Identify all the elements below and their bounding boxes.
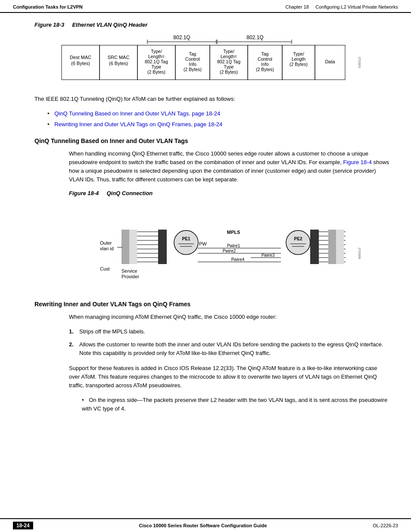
svg-text:Length=: Length= bbox=[148, 54, 165, 59]
svg-point-66 bbox=[286, 230, 310, 255]
svg-text:802.1Q: 802.1Q bbox=[173, 34, 190, 40]
svg-text:Type/: Type/ bbox=[293, 51, 304, 56]
svg-text:(2 Bytes): (2 Bytes) bbox=[147, 69, 165, 75]
svg-text:Data: Data bbox=[325, 59, 335, 64]
svg-text:PW: PW bbox=[199, 241, 207, 246]
svg-text:802.1Q Tag: 802.1Q Tag bbox=[145, 59, 168, 64]
figure4-ref[interactable]: Figure 18-4 bbox=[343, 159, 371, 165]
svg-text:(6 Bytes): (6 Bytes) bbox=[71, 61, 90, 66]
figure3-caption: Figure 18-3 Ethernet VLAN QinQ Header bbox=[34, 22, 389, 28]
figure3-title: Ethernet VLAN QinQ Header bbox=[72, 22, 147, 28]
section1-heading: QinQ Tunneling Based on Inner and Outer … bbox=[34, 137, 389, 144]
svg-text:Type/: Type/ bbox=[223, 49, 234, 54]
figure4-caption: Figure 18-4 QinQ Connection bbox=[69, 190, 389, 196]
svg-text:Pwire1: Pwire1 bbox=[227, 243, 240, 248]
svg-text:(2 Bytes): (2 Bytes) bbox=[256, 67, 274, 72]
steps-list: 1. Strips off the MPLS labels. 2. Allows… bbox=[69, 327, 389, 358]
figure4-label: Figure 18-4 bbox=[69, 190, 99, 196]
svg-text:Tag: Tag bbox=[189, 51, 196, 56]
link-item-1[interactable]: QinQ Tunneling Based on Inner and Outer … bbox=[47, 109, 389, 118]
svg-text:(2 Bytes): (2 Bytes) bbox=[184, 67, 202, 72]
page-header: Configuration Tasks for L2VPN Chapter 18… bbox=[0, 0, 411, 13]
svg-text:Info: Info bbox=[261, 62, 269, 67]
svg-text:Outer: Outer bbox=[100, 240, 112, 246]
chapter-title: Configuring L2 Virtual Private Networks bbox=[315, 4, 398, 9]
step-2-num: 2. bbox=[69, 340, 79, 358]
section2-bullet-text: On the ingress side—The packets preserve… bbox=[82, 397, 387, 412]
svg-text:PE2: PE2 bbox=[294, 236, 302, 241]
section1-content: When handling incoming QinQ Ethernet tra… bbox=[69, 149, 389, 292]
svg-rect-82 bbox=[336, 230, 344, 264]
svg-text:Type/: Type/ bbox=[151, 49, 162, 54]
svg-text:Info: Info bbox=[189, 62, 196, 67]
chapter-label: Chapter 18 bbox=[286, 4, 309, 9]
link-item-2[interactable]: Rewriting Inner and Outer VLAN Tags on Q… bbox=[47, 120, 389, 129]
svg-text:Tag: Tag bbox=[262, 51, 269, 56]
svg-text:Pwire4: Pwire4 bbox=[231, 257, 245, 262]
header-left: Configuration Tasks for L2VPN bbox=[13, 4, 83, 9]
svg-rect-79 bbox=[121, 230, 129, 264]
svg-text:Control: Control bbox=[258, 56, 272, 62]
svg-text:270306: 270306 bbox=[358, 248, 361, 259]
section2-intro: When managing incoming AToM Ethernet Qin… bbox=[69, 313, 389, 321]
step-2-text: Allows the customer to rewrite both the … bbox=[79, 340, 389, 358]
step-1-text: Strips off the MPLS labels. bbox=[79, 327, 145, 336]
page-footer: 18-24 Cisco 10000 Series Router Software… bbox=[0, 518, 411, 532]
section2-bullet-list: On the ingress side—The packets preserve… bbox=[82, 396, 389, 413]
vlan-diagram-svg: 802.1Q 802.1Q Dest MAC (6 Bytes) SRC MAC… bbox=[61, 33, 363, 89]
main-content: Figure 18-3 Ethernet VLAN QinQ Header 80… bbox=[0, 13, 411, 447]
svg-rect-70 bbox=[310, 230, 319, 264]
footer-right: OL-2226-23 bbox=[373, 523, 398, 528]
links-list: QinQ Tunneling Based on Inner and Outer … bbox=[47, 109, 389, 129]
svg-text:Control: Control bbox=[185, 56, 200, 62]
svg-text:Dest MAC: Dest MAC bbox=[70, 55, 91, 60]
svg-text:Type: Type bbox=[152, 64, 162, 69]
svg-text:(6 Bytes): (6 Bytes) bbox=[109, 61, 128, 66]
svg-rect-51 bbox=[158, 230, 167, 264]
svg-text:Service: Service bbox=[121, 268, 137, 274]
svg-text:vlan id: vlan id bbox=[100, 246, 114, 251]
section2-content: When managing incoming AToM Ethernet Qin… bbox=[69, 313, 389, 413]
svg-text:Length=: Length= bbox=[221, 54, 237, 59]
qinq-svg: PE1 MPLS PW Pwire1 Pwire2 Pwire3 Pwire4 bbox=[96, 202, 363, 288]
svg-text:Type: Type bbox=[224, 64, 234, 69]
step-1: 1. Strips off the MPLS labels. bbox=[69, 327, 389, 336]
svg-text:Provider: Provider bbox=[121, 274, 139, 279]
svg-text:802.1Q Tag: 802.1Q Tag bbox=[217, 59, 240, 64]
link-qinq-tunneling[interactable]: QinQ Tunneling Based on Inner and Outer … bbox=[54, 110, 220, 117]
qinq-diagram: PE1 MPLS PW Pwire1 Pwire2 Pwire3 Pwire4 bbox=[96, 202, 363, 292]
svg-text:Pwire3: Pwire3 bbox=[262, 253, 275, 258]
figure3-label: Figure 18-3 bbox=[34, 22, 64, 28]
section2-bullet-1: On the ingress side—The packets preserve… bbox=[82, 396, 389, 413]
section2-heading: Rewriting Inner and Outer VLAN Tags on Q… bbox=[34, 301, 389, 308]
svg-text:PE1: PE1 bbox=[182, 236, 190, 241]
svg-text:802.1Q: 802.1Q bbox=[246, 34, 263, 40]
intro-text: The IEEE 802.1Q Tunneling (QinQ) for ATo… bbox=[34, 95, 389, 103]
step-2: 2. Allows the customer to rewrite both t… bbox=[69, 340, 389, 358]
ethernet-vlan-diagram: 802.1Q 802.1Q Dest MAC (6 Bytes) SRC MAC… bbox=[61, 33, 363, 90]
footer-center-text: Cisco 10000 Series Router Software Confi… bbox=[139, 523, 267, 528]
header-right: Chapter 18 Configuring L2 Virtual Privat… bbox=[286, 4, 399, 9]
section1-para: When handling incoming QinQ Ethernet tra… bbox=[69, 149, 389, 184]
step-1-num: 1. bbox=[69, 327, 79, 336]
svg-text:Pwire2: Pwire2 bbox=[223, 249, 236, 253]
svg-text:(2 Bytes): (2 Bytes) bbox=[220, 69, 238, 75]
svg-text:MPLS: MPLS bbox=[227, 230, 240, 235]
svg-point-52 bbox=[174, 230, 198, 255]
support-para: Support for these features is added in C… bbox=[69, 364, 389, 390]
svg-text:(2 Bytes): (2 Bytes) bbox=[290, 62, 308, 67]
link-rewriting[interactable]: Rewriting Inner and Outer VLAN Tags on Q… bbox=[54, 121, 222, 128]
figure4-title: QinQ Connection bbox=[106, 190, 153, 196]
svg-text:270302: 270302 bbox=[358, 57, 361, 68]
svg-text:SRC MAC: SRC MAC bbox=[108, 55, 130, 60]
svg-text:Length: Length bbox=[292, 56, 305, 62]
page-number: 18-24 bbox=[13, 522, 33, 529]
svg-rect-81 bbox=[328, 230, 336, 264]
svg-text:Cust: Cust bbox=[100, 266, 110, 271]
svg-rect-80 bbox=[129, 230, 137, 264]
